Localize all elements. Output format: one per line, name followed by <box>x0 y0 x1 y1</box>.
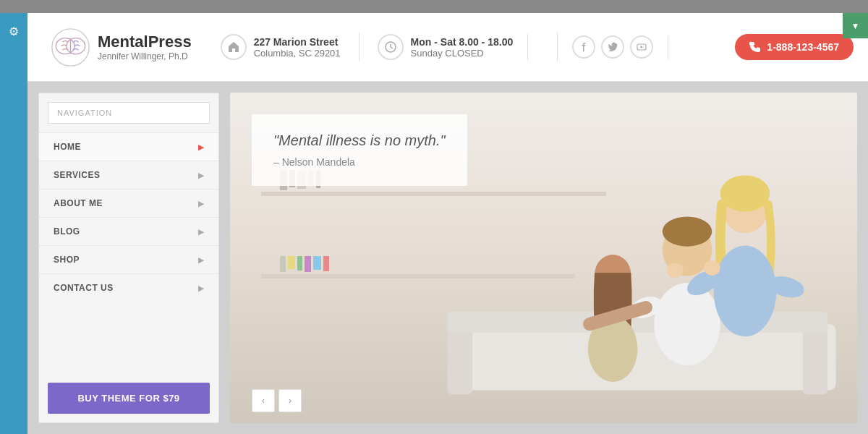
top-right-dropdown[interactable]: ▼ <box>843 13 868 38</box>
svg-line-6 <box>391 47 393 48</box>
family-scene <box>418 109 857 423</box>
facebook-button[interactable] <box>572 35 595 59</box>
nav-item-arrow-icon: ▶ <box>198 228 205 236</box>
prev-slide-button[interactable]: ‹ <box>252 389 275 412</box>
slider-controls: ‹ › <box>252 389 302 412</box>
home-icon <box>228 41 239 53</box>
nav-item-home[interactable]: HOME▶ <box>39 132 218 161</box>
nav-item-arrow-icon: ▶ <box>198 284 205 292</box>
quote-author: – Nelson Mandela <box>273 156 446 168</box>
address-text: 227 Marion Street Columbia, SC 29201 <box>254 36 341 59</box>
nav-item-arrow-icon: ▶ <box>198 200 205 208</box>
settings-sidebar: ⚙ <box>0 13 27 434</box>
book11 <box>323 256 329 271</box>
nav-item-label: BLOG <box>54 226 80 237</box>
svg-point-26 <box>667 263 684 278</box>
hours-line1: Mon - Sat 8.00 - 18.00 <box>411 36 514 48</box>
svg-marker-8 <box>641 46 644 48</box>
brain-icon <box>51 27 90 67</box>
gear-icon: ⚙ <box>9 25 19 38</box>
site-title: MentalPress <box>98 33 192 51</box>
book10 <box>313 256 321 270</box>
buy-theme-button[interactable]: BUY THEME FOR $79 <box>48 383 210 414</box>
nav-item-label: SERVICES <box>54 170 100 180</box>
hours-text: Mon - Sat 8.00 - 18.00 Sunday CLOSED <box>411 36 514 59</box>
nav-item-about-me[interactable]: ABOUT ME▶ <box>39 189 218 217</box>
nav-item-arrow-icon: ▶ <box>198 171 205 179</box>
nav-item-shop[interactable]: SHOP▶ <box>39 245 218 273</box>
quote-box: "Mental illness is no myth." – Nelson Ma… <box>252 114 467 186</box>
nav-item-blog[interactable]: BLOG▶ <box>39 217 218 245</box>
twitter-icon <box>608 42 618 52</box>
books-area2 <box>280 256 329 272</box>
quote-text: "Mental illness is no myth." <box>273 132 446 149</box>
nav-item-label: SHOP <box>54 255 80 265</box>
facebook-icon <box>579 42 589 52</box>
hours-line2: Sunday CLOSED <box>411 48 514 59</box>
dropdown-arrow-icon: ▼ <box>851 21 860 31</box>
svg-rect-9 <box>456 324 836 390</box>
phone-number: 1-888-123-4567 <box>767 41 839 53</box>
twitter-button[interactable] <box>601 35 624 59</box>
main-content: NAVIGATION HOME▶SERVICES▶ABOUT ME▶BLOG▶S… <box>0 82 868 434</box>
address-icon <box>221 34 247 60</box>
book6 <box>280 256 286 272</box>
slider-area: "Mental illness is no myth." – Nelson Ma… <box>230 93 857 423</box>
book9 <box>305 256 311 272</box>
clock-icon <box>378 34 404 60</box>
svg-point-27 <box>704 260 720 276</box>
svg-point-14 <box>663 216 712 246</box>
nav-item-contact-us[interactable]: CONTACT US▶ <box>39 273 218 302</box>
phone-icon <box>749 41 761 53</box>
site-subtitle: Jennifer Willinger, Ph.D <box>98 51 192 61</box>
left-nav: NAVIGATION HOME▶SERVICES▶ABOUT ME▶BLOG▶S… <box>38 93 219 423</box>
svg-point-15 <box>654 283 720 365</box>
header: MentalPress Jennifer Willinger, Ph.D 227… <box>0 13 868 82</box>
top-bar <box>0 0 868 13</box>
logo-area: MentalPress Jennifer Willinger, Ph.D <box>51 27 192 67</box>
hours-area: Mon - Sat 8.00 - 18.00 Sunday CLOSED <box>378 34 529 60</box>
clock-svg <box>385 41 396 53</box>
nav-item-services[interactable]: SERVICES▶ <box>39 161 218 189</box>
gear-button[interactable]: ⚙ <box>3 20 25 42</box>
nav-item-arrow-icon: ▶ <box>198 256 205 264</box>
svg-point-22 <box>720 175 770 211</box>
youtube-icon <box>637 42 647 52</box>
next-slide-button[interactable]: › <box>278 389 302 412</box>
address-line1: 227 Marion Street <box>254 36 341 48</box>
site-name-area: MentalPress Jennifer Willinger, Ph.D <box>98 33 192 61</box>
address-line2: Columbia, SC 29201 <box>254 48 341 59</box>
book7 <box>288 256 295 269</box>
youtube-button[interactable] <box>630 35 653 59</box>
address-area: 227 Marion Street Columbia, SC 29201 <box>221 34 341 60</box>
separator <box>359 33 359 61</box>
social-icons <box>572 35 668 59</box>
svg-point-23 <box>714 245 777 336</box>
nav-item-arrow-icon: ▶ <box>198 143 205 151</box>
nav-item-label: CONTACT US <box>54 283 114 293</box>
book8 <box>297 256 302 271</box>
nav-item-label: HOME <box>54 142 81 152</box>
phone-button[interactable]: 1-888-123-4567 <box>735 34 854 60</box>
separator2 <box>557 33 558 61</box>
nav-label: NAVIGATION <box>48 102 210 124</box>
nav-item-label: ABOUT ME <box>54 198 103 208</box>
nav-menu: HOME▶SERVICES▶ABOUT ME▶BLOG▶SHOP▶CONTACT… <box>39 132 218 372</box>
